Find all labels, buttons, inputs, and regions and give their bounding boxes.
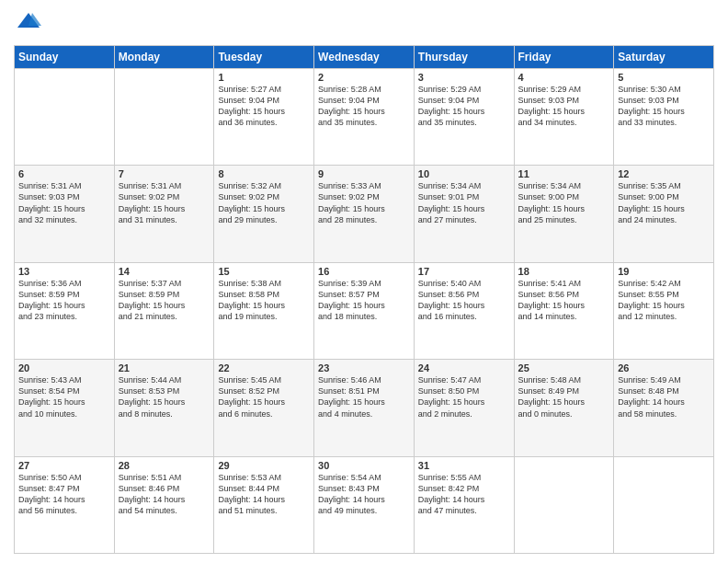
day-number: 26 — [618, 362, 710, 373]
cell-content: Sunrise: 5:34 AM Sunset: 9:01 PM Dayligh… — [418, 180, 510, 225]
day-number: 24 — [418, 362, 510, 373]
logo-icon — [16, 9, 41, 35]
day-number: 3 — [418, 72, 510, 83]
cell-content: Sunrise: 5:49 AM Sunset: 8:48 PM Dayligh… — [618, 374, 710, 419]
calendar-cell: 9Sunrise: 5:33 AM Sunset: 9:02 PM Daylig… — [314, 166, 415, 262]
cell-content: Sunrise: 5:30 AM Sunset: 9:03 PM Dayligh… — [618, 84, 710, 129]
cell-content: Sunrise: 5:34 AM Sunset: 9:00 PM Dayligh… — [518, 180, 610, 225]
day-number: 10 — [418, 168, 510, 179]
cell-content: Sunrise: 5:31 AM Sunset: 9:03 PM Dayligh… — [18, 180, 110, 225]
calendar-cell: 24Sunrise: 5:47 AM Sunset: 8:50 PM Dayli… — [414, 360, 514, 456]
cell-content: Sunrise: 5:28 AM Sunset: 9:04 PM Dayligh… — [318, 84, 410, 129]
calendar-week-row: 13Sunrise: 5:36 AM Sunset: 8:59 PM Dayli… — [15, 262, 714, 359]
calendar-cell: 22Sunrise: 5:45 AM Sunset: 8:52 PM Dayli… — [214, 360, 314, 456]
calendar-cell: 12Sunrise: 5:35 AM Sunset: 9:00 PM Dayli… — [614, 166, 714, 262]
calendar-cell: 13Sunrise: 5:36 AM Sunset: 8:59 PM Dayli… — [15, 262, 115, 359]
cell-content: Sunrise: 5:54 AM Sunset: 8:43 PM Dayligh… — [318, 472, 410, 517]
cell-content: Sunrise: 5:38 AM Sunset: 8:58 PM Dayligh… — [218, 278, 310, 323]
cell-content: Sunrise: 5:46 AM Sunset: 8:51 PM Dayligh… — [318, 374, 410, 419]
cell-content: Sunrise: 5:42 AM Sunset: 8:55 PM Dayligh… — [618, 278, 710, 323]
day-number: 28 — [119, 460, 210, 471]
calendar-cell: 20Sunrise: 5:43 AM Sunset: 8:54 PM Dayli… — [15, 360, 115, 456]
calendar-cell: 31Sunrise: 5:55 AM Sunset: 8:42 PM Dayli… — [414, 456, 514, 553]
weekday-header-row: SundayMondayTuesdayWednesdayThursdayFrid… — [15, 45, 714, 68]
calendar-cell: 15Sunrise: 5:38 AM Sunset: 8:58 PM Dayli… — [214, 262, 314, 359]
day-number: 19 — [618, 266, 710, 277]
cell-content: Sunrise: 5:29 AM Sunset: 9:04 PM Dayligh… — [418, 84, 510, 129]
cell-content: Sunrise: 5:48 AM Sunset: 8:49 PM Dayligh… — [518, 374, 610, 419]
svg-marker-1 — [28, 13, 41, 26]
calendar-cell: 21Sunrise: 5:44 AM Sunset: 8:53 PM Dayli… — [114, 360, 214, 456]
day-number: 29 — [218, 460, 310, 471]
day-number: 27 — [18, 460, 110, 471]
calendar-cell: 7Sunrise: 5:31 AM Sunset: 9:02 PM Daylig… — [114, 166, 214, 262]
calendar-week-row: 1Sunrise: 5:27 AM Sunset: 9:04 PM Daylig… — [15, 68, 714, 165]
calendar-cell: 23Sunrise: 5:46 AM Sunset: 8:51 PM Dayli… — [314, 360, 415, 456]
day-number: 5 — [618, 72, 710, 83]
cell-content: Sunrise: 5:37 AM Sunset: 8:59 PM Dayligh… — [119, 278, 210, 323]
day-number: 20 — [18, 362, 110, 373]
day-number: 8 — [218, 168, 310, 179]
cell-content: Sunrise: 5:33 AM Sunset: 9:02 PM Dayligh… — [318, 180, 410, 225]
calendar: SundayMondayTuesdayWednesdayThursdayFrid… — [14, 45, 714, 554]
cell-content: Sunrise: 5:41 AM Sunset: 8:56 PM Dayligh… — [518, 278, 610, 323]
calendar-cell — [15, 68, 115, 165]
day-number: 6 — [18, 168, 110, 179]
weekday-header: Wednesday — [314, 45, 415, 68]
day-number: 31 — [418, 460, 510, 471]
day-number: 9 — [318, 168, 410, 179]
cell-content: Sunrise: 5:50 AM Sunset: 8:47 PM Dayligh… — [18, 472, 110, 517]
cell-content: Sunrise: 5:40 AM Sunset: 8:56 PM Dayligh… — [418, 278, 510, 323]
calendar-cell: 27Sunrise: 5:50 AM Sunset: 8:47 PM Dayli… — [15, 456, 115, 553]
day-number: 4 — [518, 72, 610, 83]
day-number: 7 — [119, 168, 210, 179]
cell-content: Sunrise: 5:45 AM Sunset: 8:52 PM Dayligh… — [218, 374, 310, 419]
calendar-cell: 1Sunrise: 5:27 AM Sunset: 9:04 PM Daylig… — [214, 68, 314, 165]
calendar-cell: 4Sunrise: 5:29 AM Sunset: 9:03 PM Daylig… — [514, 68, 614, 165]
calendar-cell: 2Sunrise: 5:28 AM Sunset: 9:04 PM Daylig… — [314, 68, 415, 165]
calendar-cell: 19Sunrise: 5:42 AM Sunset: 8:55 PM Dayli… — [614, 262, 714, 359]
calendar-cell: 29Sunrise: 5:53 AM Sunset: 8:44 PM Dayli… — [214, 456, 314, 553]
cell-content: Sunrise: 5:36 AM Sunset: 8:59 PM Dayligh… — [18, 278, 110, 323]
cell-content: Sunrise: 5:43 AM Sunset: 8:54 PM Dayligh… — [18, 374, 110, 419]
calendar-week-row: 6Sunrise: 5:31 AM Sunset: 9:03 PM Daylig… — [15, 166, 714, 262]
day-number: 22 — [218, 362, 310, 373]
day-number: 30 — [318, 460, 410, 471]
calendar-cell: 6Sunrise: 5:31 AM Sunset: 9:03 PM Daylig… — [15, 166, 115, 262]
cell-content: Sunrise: 5:35 AM Sunset: 9:00 PM Dayligh… — [618, 180, 710, 225]
calendar-cell: 8Sunrise: 5:32 AM Sunset: 9:02 PM Daylig… — [214, 166, 314, 262]
cell-content: Sunrise: 5:31 AM Sunset: 9:02 PM Dayligh… — [119, 180, 210, 225]
calendar-cell: 3Sunrise: 5:29 AM Sunset: 9:04 PM Daylig… — [414, 68, 514, 165]
calendar-cell — [114, 68, 214, 165]
calendar-cell: 30Sunrise: 5:54 AM Sunset: 8:43 PM Dayli… — [314, 456, 415, 553]
calendar-cell — [614, 456, 714, 553]
calendar-week-row: 20Sunrise: 5:43 AM Sunset: 8:54 PM Dayli… — [15, 360, 714, 456]
calendar-cell: 28Sunrise: 5:51 AM Sunset: 8:46 PM Dayli… — [114, 456, 214, 553]
cell-content: Sunrise: 5:32 AM Sunset: 9:02 PM Dayligh… — [218, 180, 310, 225]
day-number: 18 — [518, 266, 610, 277]
calendar-cell: 18Sunrise: 5:41 AM Sunset: 8:56 PM Dayli… — [514, 262, 614, 359]
calendar-cell: 11Sunrise: 5:34 AM Sunset: 9:00 PM Dayli… — [514, 166, 614, 262]
day-number: 15 — [218, 266, 310, 277]
calendar-cell: 16Sunrise: 5:39 AM Sunset: 8:57 PM Dayli… — [314, 262, 415, 359]
day-number: 11 — [518, 168, 610, 179]
cell-content: Sunrise: 5:51 AM Sunset: 8:46 PM Dayligh… — [119, 472, 210, 517]
day-number: 14 — [119, 266, 210, 277]
calendar-cell — [514, 456, 614, 553]
weekday-header: Tuesday — [214, 45, 314, 68]
day-number: 21 — [119, 362, 210, 373]
weekday-header: Thursday — [414, 45, 514, 68]
cell-content: Sunrise: 5:27 AM Sunset: 9:04 PM Dayligh… — [218, 84, 310, 129]
weekday-header: Saturday — [614, 45, 714, 68]
day-number: 13 — [18, 266, 110, 277]
weekday-header: Sunday — [15, 45, 115, 68]
weekday-header: Monday — [114, 45, 214, 68]
cell-content: Sunrise: 5:53 AM Sunset: 8:44 PM Dayligh… — [218, 472, 310, 517]
calendar-cell: 10Sunrise: 5:34 AM Sunset: 9:01 PM Dayli… — [414, 166, 514, 262]
day-number: 17 — [418, 266, 510, 277]
day-number: 16 — [318, 266, 410, 277]
header — [14, 9, 714, 40]
calendar-cell: 17Sunrise: 5:40 AM Sunset: 8:56 PM Dayli… — [414, 262, 514, 359]
cell-content: Sunrise: 5:44 AM Sunset: 8:53 PM Dayligh… — [119, 374, 210, 419]
calendar-cell: 26Sunrise: 5:49 AM Sunset: 8:48 PM Dayli… — [614, 360, 714, 456]
